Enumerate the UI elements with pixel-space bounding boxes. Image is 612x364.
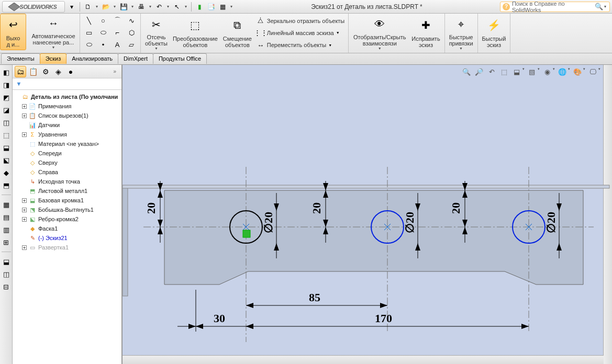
tab-продукты office[interactable]: Продукты Office [153,53,207,64]
fillet-icon[interactable]: ⌐ [110,27,124,38]
snaps-button[interactable]: ⌖ Быстрыепривязки ▼ [447,15,475,51]
slot-icon[interactable]: ⬭ [82,39,96,50]
tab-элементы[interactable]: Элементы [1,53,40,64]
lb-16[interactable]: ◫ [1,269,12,279]
tree-item-5[interactable]: ◇Спереди [15,149,119,158]
tree-item-13[interactable]: ◆Фаска1 [15,224,119,233]
lb-14[interactable]: ⊞ [1,237,12,247]
tab-dimxpert[interactable]: DimXpert [118,53,153,64]
smartdim-button[interactable]: ↔ Автоматическоенанесение ра... ▼ [27,14,80,50]
tree-item-10[interactable]: +⬓Базовая кромка1 [15,196,119,205]
menu-bar: SOLIDWORKS ▾ 🗋▾ 📂▾ 💾▾ 🖶▾ ↶▾ ↖▾ ▮ 📑 ▦▾ Эс… [0,0,612,14]
tree-item-7[interactable]: ◇Справа [15,167,119,177]
convert-button[interactable]: ⬚ Преобразованиеобъектов [171,15,220,51]
arc-icon[interactable]: ⌒ [110,15,124,26]
lb-15[interactable]: ⬓ [1,256,12,267]
feature-tree-tab[interactable]: 🗂 [15,66,26,77]
tree-item-12[interactable]: +⬕Ребро-кромка2 [15,214,119,224]
mirror-button[interactable]: ⧊Зеркально отразить объекты [255,15,346,27]
settings-icon[interactable]: ▦ [218,2,227,12]
lb-3[interactable]: ◩ [1,92,12,103]
smartdim-icon: ↔ [45,16,62,31]
open-icon[interactable]: 📂 [101,2,110,12]
text-icon[interactable]: A [110,39,124,50]
tree-item-3[interactable]: +ΣУравнения [15,130,119,139]
lb-10[interactable]: ⬒ [1,180,12,190]
svg-text:∅20: ∅20 [262,212,275,233]
polygon-icon[interactable]: ⬡ [125,27,138,38]
save-icon[interactable]: 💾 [119,2,128,12]
tree-filter[interactable]: ▼ [13,78,121,90]
lb-4[interactable]: ◪ [1,105,12,115]
tree-item-14[interactable]: ✎(-) Эскиз21 [15,233,119,243]
lb-13[interactable]: ▥ [1,224,12,235]
tree-item-6[interactable]: ◇Сверху [15,158,119,167]
trim-button[interactable]: ✂ Отсечьобъекты ▼ [143,15,170,51]
options-icon[interactable]: 📑 [206,2,216,12]
quicksketch-button[interactable]: ⚡ Быстрыйэскиз [480,15,508,51]
lb-6[interactable]: ⬚ [1,130,12,140]
offset-button[interactable]: ⧉ Смещениеобъектов [221,15,254,51]
lb-9[interactable]: ◆ [1,167,12,178]
lb-1[interactable]: ◧ [1,67,12,77]
search-placeholder: Поиск в Справке по SolidWorks [512,1,595,13]
tree-item-4[interactable]: ⬚Материал <не указан> [15,139,119,149]
pattern-button[interactable]: ⋮⋮Линейный массив эскиза▼ [255,27,346,39]
rebuild-icon[interactable]: ▮ [195,2,204,12]
svg-text:85: 85 [309,291,320,304]
menu-dropdown-icon[interactable]: ▾ [67,2,76,12]
print-icon[interactable]: 🖶 [137,2,146,12]
new-icon[interactable]: 🗋 [83,2,93,12]
convert-icon: ⬚ [187,17,204,33]
offset-icon: ⧉ [229,17,246,33]
tree-item-8[interactable]: ↳Исходная точка [15,177,119,186]
ellipse-icon[interactable]: ⬭ [96,27,110,38]
tree-item-1[interactable]: +📋Список вырезов(1) [15,111,119,120]
viewport[interactable]: 🔍 🔎 ↶ ⬚ ⬓▾ ▧▾ ◉▾ 🌐▾ 🎨▾ 🖵▾ [123,65,612,364]
config-tab[interactable]: ⚙ [40,66,51,77]
tab-эскиз[interactable]: Эскиз [40,53,66,64]
spline-icon[interactable]: ∿ [125,15,138,26]
display-tab[interactable]: ● [65,66,76,77]
help-icon: ? [503,3,510,10]
tree-item-0[interactable]: +📄Примечания [15,101,119,111]
plane-icon[interactable]: ▱ [125,39,138,50]
exit-sketch-button[interactable]: ↩ Выход и... [0,14,26,50]
quicksketch-icon: ⚡ [485,17,502,33]
tree-item-9[interactable]: ⬒Листовой металл1 [15,186,119,196]
tree-item-11[interactable]: +⬔Бобышка-Вытянуть1 [15,205,119,214]
tree-item-2[interactable]: 📊Датчики [15,120,119,130]
svg-rect-15 [243,230,250,237]
rect-icon[interactable]: ▭ [82,27,96,38]
line-icon[interactable]: ╲ [82,15,96,26]
tree-item-15[interactable]: +▭Развертка1 [15,243,119,252]
tree-root[interactable]: 🗂Деталь из листа (По умолчани [15,92,119,101]
repair-button[interactable]: ✚ Исправитьэскиз [409,15,442,51]
panel-expand[interactable]: » [110,69,119,74]
lb-2[interactable]: ◨ [1,79,12,90]
lb-5[interactable]: ◫ [1,117,12,128]
lb-11[interactable]: ▦ [1,199,12,210]
move-button[interactable]: ↔Переместить объекты▼ [255,39,346,51]
exit-sketch-icon: ↩ [5,16,21,33]
dim-tab[interactable]: ◈ [52,66,64,77]
property-tab[interactable]: 📋 [27,66,39,77]
lb-7[interactable]: ⬓ [1,142,12,153]
point-icon[interactable]: • [96,39,110,50]
lb-17[interactable]: ⊟ [1,281,12,292]
mirror-label: Зеркально отразить объекты [267,18,344,24]
sketch-canvas: 20 ∅20 20 [123,65,612,364]
mirror-icon: ⧊ [257,17,265,25]
tab-анализировать[interactable]: Анализировать [66,53,118,64]
select-icon[interactable]: ↖ [172,2,182,12]
offset-label: Смещениеобъектов [223,36,252,48]
svg-marker-59 [246,303,253,308]
circle-icon[interactable]: ○ [96,15,110,26]
svg-text:20: 20 [144,202,158,214]
undo-icon[interactable]: ↶ [154,2,164,12]
lb-12[interactable]: ▤ [1,212,12,222]
help-search[interactable]: ? Поиск в Справке по SolidWorks 🔍▾ [500,2,610,12]
lb-8[interactable]: ⬕ [1,155,12,165]
relations-button[interactable]: 👁 Отобразить/Скрытьвзаимосвязи ▼ [351,15,408,51]
dim-h85: 85 [246,291,387,308]
